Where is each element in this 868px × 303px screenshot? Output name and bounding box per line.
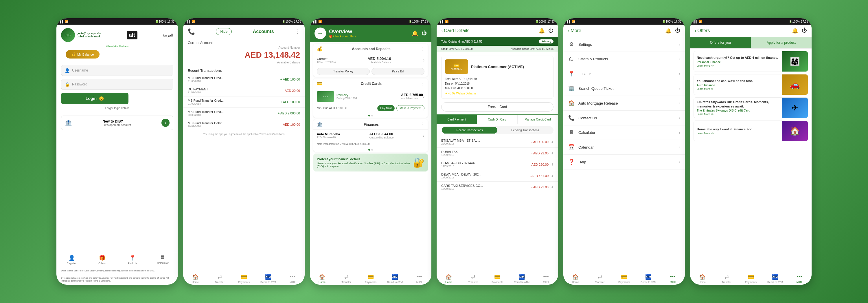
credit-card-menu-icon[interactable]: ⋮: [420, 81, 425, 86]
new-account-section[interactable]: 🏦 New to DIB? Let's open an Account ›: [61, 116, 173, 130]
offer-learn-4[interactable]: Learn More >>: [697, 132, 779, 135]
offers-back-button[interactable]: ‹ Offers: [695, 28, 710, 33]
nav-payments-2[interactable]: 💳Payments: [232, 274, 256, 283]
pay-bill-button[interactable]: Pay a Bill: [372, 68, 425, 75]
transfer-money-button[interactable]: Transfer Money: [317, 68, 370, 75]
nav-transfer-4[interactable]: ⇄Transfer: [461, 274, 485, 283]
nav-more-2[interactable]: •••More: [280, 274, 305, 283]
offers-for-you-tab[interactable]: Offers for you: [690, 37, 751, 48]
menu-item-locator[interactable]: 📍 Locator ›: [563, 66, 685, 81]
nav-more-3[interactable]: •••More: [407, 274, 431, 283]
menu-item-branch-queue[interactable]: 🏢 Branch Queue Ticket ›: [563, 81, 685, 96]
download-icon-4[interactable]: ⬇: [551, 174, 554, 178]
menu-item-calendar[interactable]: 📅 Calendar ›: [563, 140, 685, 155]
nav-home-4[interactable]: 🏠Home: [437, 274, 461, 283]
hide-button[interactable]: Hide: [216, 28, 232, 35]
nav-transfer-2[interactable]: ⇄Transfer: [208, 274, 232, 283]
card-payment-tab[interactable]: Card Payment: [437, 115, 477, 124]
nav-transfer-6[interactable]: ⇄Transfer: [714, 274, 739, 283]
atm-icon-6: 🏧: [772, 274, 778, 280]
nav-more-6[interactable]: •••More: [787, 274, 812, 283]
nav-payments-3[interactable]: 💳Payments: [359, 274, 383, 283]
more-icon[interactable]: ⋮: [295, 28, 300, 35]
promo-banner[interactable]: Protect your financial details. Never sh…: [313, 154, 428, 171]
offer-learn-1[interactable]: Learn More >>: [697, 64, 779, 67]
nav-home-6[interactable]: 🏠Home: [690, 274, 714, 283]
password-field[interactable]: 🔒 Password: [61, 79, 173, 90]
nav-more-5[interactable]: •••More: [660, 274, 685, 283]
offer-learn-2[interactable]: Learn More >>: [697, 87, 779, 90]
nav-payments-4[interactable]: 💳Payments: [485, 274, 509, 283]
offer-title-3: Emirates Skywards DIB Credit Cards. Mome…: [697, 100, 779, 108]
login-button[interactable]: Login 😊: [61, 93, 128, 104]
signal-6: ▌▌ 📶: [693, 20, 702, 23]
nav-payments-5[interactable]: 💳Payments: [612, 274, 636, 283]
credit-card-icon: 💳: [317, 81, 322, 86]
more-back-button[interactable]: ‹ More: [568, 28, 581, 33]
power-icon-5[interactable]: ⏻: [675, 28, 680, 34]
menu-item-help[interactable]: ❓ Help ›: [563, 155, 685, 169]
arrow-right-icon[interactable]: ›: [161, 119, 169, 127]
tab-register[interactable]: 👤 Register: [56, 255, 87, 265]
pending-transactions-tab[interactable]: Pending Transactions: [497, 127, 553, 134]
recent-transactions-tab[interactable]: Recent Transactions: [442, 127, 497, 134]
check-offers-text[interactable]: 🎁 Check your offers...: [329, 35, 358, 38]
make-payment-button[interactable]: Make a Payment: [396, 105, 425, 111]
menu-item-offers-products[interactable]: 🗂 Offers & Products ›: [563, 52, 685, 66]
offer-skyways[interactable]: Emirates Skywards DIB Credit Cards. Mome…: [693, 97, 808, 118]
power-icon-4[interactable]: ⏻: [548, 28, 554, 34]
calculator-icon: 🖩: [160, 255, 165, 261]
menu-item-auto-mortgage[interactable]: 🏠 Auto Mortgage Release ›: [563, 96, 685, 111]
nav-remit-4[interactable]: 🏧Remit to ATM: [509, 274, 534, 283]
nav-remit-3[interactable]: 🏧Remit to ATM: [383, 274, 407, 283]
offer-home[interactable]: Home, the way I want it. Finance, too. L…: [693, 120, 808, 141]
bell-icon[interactable]: 🔔: [412, 30, 418, 36]
dot-indicators: [313, 114, 428, 118]
power-icon-6[interactable]: ⏻: [802, 28, 807, 34]
username-field[interactable]: 👤 Username: [61, 65, 173, 76]
power-icon[interactable]: ⏻: [422, 30, 427, 36]
bell-icon-6[interactable]: 🔔: [792, 28, 798, 34]
nav-transfer-5[interactable]: ⇄Transfer: [588, 274, 612, 283]
nav-more-4[interactable]: •••More: [534, 274, 558, 283]
download-icon[interactable]: ⬇: [551, 140, 554, 144]
calc-arrow-icon: ›: [679, 130, 680, 135]
nav-transfer-3[interactable]: ⇄Transfer: [334, 274, 359, 283]
nav-remit-5[interactable]: 🏧Remit to ATM: [636, 274, 660, 283]
menu-item-contact[interactable]: 📞 Contact Us ›: [563, 111, 685, 126]
finance-icon: 🏦: [317, 122, 322, 127]
username-placeholder: Username: [72, 68, 88, 73]
download-icon-5[interactable]: ⬇: [551, 185, 554, 189]
pay-now-button[interactable]: Pay Now: [377, 105, 395, 111]
nav-home-3[interactable]: 🏠Home: [310, 274, 334, 283]
manage-credit-card-tab[interactable]: Manage Credit Card: [518, 115, 558, 124]
offer-auto-finance[interactable]: You choose the car. We'll do the rest. A…: [693, 74, 808, 95]
freeze-card-button[interactable]: Freeze Card: [441, 102, 554, 112]
tab-offers[interactable]: 🎁 Offers: [87, 255, 117, 265]
nav-home-5[interactable]: 🏠Home: [563, 274, 588, 283]
download-icon-2[interactable]: ⬇: [551, 152, 554, 155]
menu-item-calculator[interactable]: 🖩 Calculator ›: [563, 126, 685, 140]
cash-on-card-tab[interactable]: Cash On Card: [477, 115, 518, 124]
nav-remit-2[interactable]: 🏧Remit to ATM: [256, 274, 280, 283]
bell-icon-5[interactable]: 🔔: [665, 28, 672, 34]
tab-findus[interactable]: 📍 Find Us: [117, 255, 148, 265]
home-icon-3: 🏠: [319, 274, 325, 280]
nav-home-2[interactable]: 🏠Home: [183, 274, 208, 283]
apply-product-tab[interactable]: Apply for a product: [751, 37, 812, 48]
my-balance-button[interactable]: 💰 My Balance: [66, 50, 99, 58]
download-icon-3[interactable]: ⬇: [551, 163, 554, 167]
finance-menu-icon[interactable]: ⋮: [420, 122, 425, 127]
tab-calculator[interactable]: 🖩 Calculator: [148, 255, 178, 265]
offer-learn-3[interactable]: Learn More >>: [697, 113, 779, 116]
disclaimer2-text: By logging in I accept the T&C and Salar…: [56, 274, 178, 285]
forgot-link[interactable]: Forgot login details: [56, 104, 178, 112]
offer-personal-finance[interactable]: Need cash urgently!? Get up to AED 4 mil…: [693, 51, 808, 72]
tagline: #ReadyForTheNew: [56, 44, 178, 50]
back-button[interactable]: ‹ Card Details: [441, 28, 469, 33]
nav-payments-6[interactable]: 💳Payments: [739, 274, 763, 283]
section-menu-icon[interactable]: ⋮: [420, 46, 425, 52]
bell-icon-4[interactable]: 🔔: [538, 28, 545, 34]
menu-item-settings[interactable]: ⚙ Settings ›: [563, 37, 685, 52]
nav-remit-6[interactable]: 🏧Remit to ATM: [763, 274, 787, 283]
